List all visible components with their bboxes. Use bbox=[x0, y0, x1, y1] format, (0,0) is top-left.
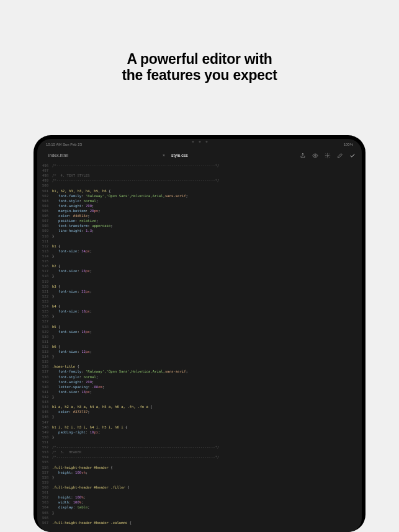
code-line[interactable]: 499/*-----------------------------------… bbox=[37, 178, 362, 183]
code-line[interactable]: 512h1 { bbox=[37, 244, 362, 249]
code-line[interactable]: 497 bbox=[37, 168, 362, 173]
code-line[interactable]: 519 bbox=[37, 279, 362, 284]
tab-close-icon[interactable]: × bbox=[163, 153, 165, 157]
code-line[interactable]: 517 font-size: 28px; bbox=[37, 268, 362, 273]
code-line[interactable]: 538 font-style: normal; bbox=[37, 375, 362, 379]
line-number: 567 bbox=[37, 520, 52, 525]
code-line[interactable]: 509 line-height: 1.3; bbox=[37, 228, 362, 233]
tab-index-html[interactable]: index.html bbox=[43, 151, 73, 159]
code-line[interactable]: 549 padding-right: 10px; bbox=[37, 430, 362, 435]
code-line[interactable]: 523 bbox=[37, 299, 362, 304]
code-line[interactable]: 554/*-----------------------------------… bbox=[37, 454, 362, 459]
code-line[interactable]: 545 color: #373737; bbox=[37, 409, 362, 414]
code-content: h5 { bbox=[52, 324, 60, 329]
code-line[interactable]: 550} bbox=[37, 435, 362, 440]
code-line[interactable]: 501h1, h2, h3, h3, h4, h5, h6 { bbox=[37, 188, 362, 193]
code-content: } bbox=[52, 334, 54, 339]
code-line[interactable]: 567.full-height-header #header .columns … bbox=[37, 520, 362, 525]
code-content: /* 5. HEADER bbox=[52, 450, 81, 454]
line-number: 558 bbox=[37, 475, 52, 480]
code-line[interactable]: 533 font-size: 12px; bbox=[37, 349, 362, 354]
code-line[interactable]: 525 font-size: 18px; bbox=[37, 309, 362, 314]
code-line[interactable]: 511 bbox=[37, 239, 362, 244]
code-line[interactable]: 532h6 { bbox=[37, 344, 362, 349]
code-line[interactable]: 562 height: 100%; bbox=[37, 495, 362, 500]
code-line[interactable]: 534} bbox=[37, 354, 362, 359]
code-line[interactable]: 565} bbox=[37, 510, 362, 515]
code-line[interactable]: 503 font-style: normal; bbox=[37, 198, 362, 203]
code-line[interactable]: 558} bbox=[37, 475, 362, 480]
code-line[interactable]: 516h2 { bbox=[37, 264, 362, 268]
code-line[interactable]: 566 bbox=[37, 515, 362, 520]
code-content: height: 100vh; bbox=[52, 470, 87, 475]
tab-style-css[interactable]: style.css bbox=[166, 151, 193, 159]
line-number: 497 bbox=[37, 168, 52, 173]
code-line[interactable]: 506 color: #4d515c; bbox=[37, 213, 362, 218]
code-line[interactable]: 527 bbox=[37, 319, 362, 324]
code-line[interactable]: 536.home-title { bbox=[37, 364, 362, 369]
gear-icon[interactable] bbox=[325, 150, 331, 161]
code-line[interactable]: 542} bbox=[37, 394, 362, 399]
code-line[interactable]: 522} bbox=[37, 294, 362, 299]
line-number: 566 bbox=[37, 515, 52, 520]
code-line[interactable]: 507 position: relative; bbox=[37, 218, 362, 223]
code-line[interactable]: 559 bbox=[37, 480, 362, 485]
eye-icon[interactable] bbox=[312, 150, 318, 161]
code-line[interactable]: 547 bbox=[37, 420, 362, 425]
code-line[interactable]: 528h5 { bbox=[37, 324, 362, 329]
line-number: 540 bbox=[37, 384, 52, 389]
code-line[interactable]: 564 display: table; bbox=[37, 505, 362, 510]
code-line[interactable]: 535 bbox=[37, 359, 362, 364]
code-line[interactable]: 518} bbox=[37, 273, 362, 278]
edit-icon[interactable] bbox=[337, 150, 343, 161]
line-number: 553 bbox=[37, 450, 52, 454]
code-line[interactable]: 521 font-size: 22px; bbox=[37, 289, 362, 294]
check-icon[interactable] bbox=[349, 150, 356, 161]
code-line[interactable]: 530} bbox=[37, 334, 362, 339]
code-line[interactable]: 500 bbox=[37, 183, 362, 188]
code-line[interactable]: 513 font-size: 34px; bbox=[37, 249, 362, 254]
code-line[interactable]: 529 font-size: 14px; bbox=[37, 329, 362, 334]
code-line[interactable]: 505 margin-bottom: 20px; bbox=[37, 208, 362, 213]
code-line[interactable]: 510} bbox=[37, 234, 362, 239]
code-line[interactable]: 553/* 5. HEADER bbox=[37, 450, 362, 454]
code-line[interactable]: 551 bbox=[37, 440, 362, 445]
line-number: 547 bbox=[37, 420, 52, 425]
code-line[interactable]: 504 font-weight: 700; bbox=[37, 203, 362, 208]
code-content: font-style: normal; bbox=[52, 198, 98, 203]
code-line[interactable]: 515 bbox=[37, 259, 362, 264]
code-line[interactable]: 540 letter-spacing: .08em; bbox=[37, 384, 362, 389]
code-content: h1 { bbox=[52, 244, 60, 249]
code-line[interactable]: 560.full-height-header #header .filler { bbox=[37, 485, 362, 490]
code-line[interactable]: 546} bbox=[37, 414, 362, 419]
code-line[interactable]: 543 bbox=[37, 399, 362, 404]
code-content: h6 { bbox=[52, 344, 60, 349]
code-line[interactable]: 561 bbox=[37, 490, 362, 495]
code-line[interactable]: 556.full-height-header #header { bbox=[37, 465, 362, 470]
code-line[interactable]: 537 font-family: 'Raleway','Open Sans',H… bbox=[37, 369, 362, 374]
code-line[interactable]: 557 height: 100vh; bbox=[37, 470, 362, 475]
code-line[interactable]: 524h4 { bbox=[37, 304, 362, 309]
code-line[interactable]: 508 text-transform: uppercase; bbox=[37, 223, 362, 228]
code-line[interactable]: 552/*-----------------------------------… bbox=[37, 445, 362, 450]
share-icon[interactable] bbox=[300, 150, 306, 161]
code-line[interactable]: 539 font-weight: 700; bbox=[37, 379, 362, 384]
line-number: 503 bbox=[37, 198, 52, 203]
code-line[interactable]: 514} bbox=[37, 254, 362, 259]
code-line[interactable]: 502 font-family: 'Raleway','Open Sans',H… bbox=[37, 193, 362, 198]
code-content: } bbox=[52, 510, 54, 515]
code-line[interactable]: 541 font-size: 18px; bbox=[37, 389, 362, 394]
code-line[interactable]: 520h3 { bbox=[37, 284, 362, 289]
code-line[interactable]: 531 bbox=[37, 339, 362, 344]
code-line[interactable]: 496/*-----------------------------------… bbox=[37, 163, 362, 168]
code-line[interactable]: 526} bbox=[37, 314, 362, 319]
line-number: 500 bbox=[37, 183, 52, 188]
code-line[interactable]: 563 width: 100%; bbox=[37, 500, 362, 505]
code-editor[interactable]: 496/*-----------------------------------… bbox=[37, 162, 362, 525]
svg-point-0 bbox=[315, 155, 316, 157]
code-line[interactable]: 548h1 i, h2 i, h3 i, h4 i, h5 i, h6 i { bbox=[37, 425, 362, 430]
code-line[interactable]: 555 bbox=[37, 459, 362, 464]
code-line[interactable]: 544h1 a, h2 a, h3 a, h4 a, h5 a, h6 a, .… bbox=[37, 404, 362, 409]
code-content: } bbox=[52, 475, 54, 480]
code-line[interactable]: 498/* 4. TEXT STYLES bbox=[37, 173, 362, 178]
